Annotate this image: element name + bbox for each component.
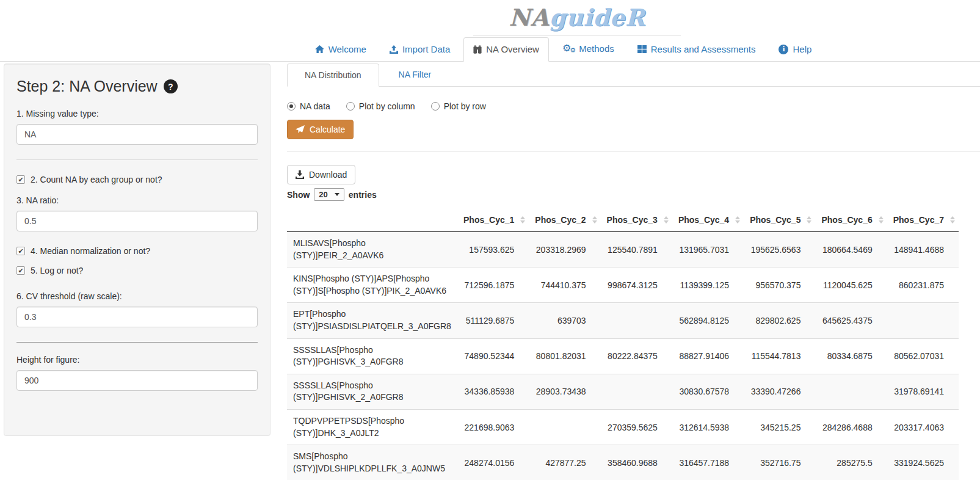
cell: 331924.5625 bbox=[887, 445, 959, 480]
sort-icon bbox=[735, 216, 740, 224]
binoculars-icon bbox=[473, 45, 482, 54]
radio-button[interactable] bbox=[431, 102, 440, 111]
divider bbox=[16, 342, 258, 343]
cell: 312614.5938 bbox=[672, 409, 744, 445]
missing-value-type-label: 1. Missing value type: bbox=[16, 109, 258, 118]
radio-plot-by-column[interactable]: Plot by column bbox=[346, 101, 415, 111]
cell: 131965.7031 bbox=[672, 232, 744, 267]
column-header[interactable]: Phos_Cyc_3 bbox=[601, 208, 672, 232]
cell: 645625.4375 bbox=[815, 303, 887, 338]
nav-tab-help[interactable]: i Help bbox=[769, 37, 821, 61]
cell: 34336.85938 bbox=[457, 374, 529, 409]
sort-icon bbox=[879, 216, 884, 224]
count-na-checkbox[interactable]: ✔ bbox=[16, 175, 25, 184]
table-row: SSSSLLAS[Phospho (STY)]PGHISVK_2_A0FGR8 … bbox=[287, 374, 959, 409]
cell bbox=[815, 374, 887, 409]
cell: 562894.8125 bbox=[672, 303, 744, 338]
plot-type-radio-group: NA data Plot by column Plot by row bbox=[287, 101, 959, 111]
rowname-column-header bbox=[287, 208, 457, 232]
sidebar-title-text: Step 2: NA Overview bbox=[16, 78, 158, 95]
tab-na-filter[interactable]: NA Filter bbox=[379, 64, 451, 86]
sort-icon bbox=[664, 216, 669, 224]
radio-plot-by-row[interactable]: Plot by row bbox=[431, 101, 486, 111]
paper-plane-icon bbox=[296, 125, 305, 134]
table-row: MLISAVS[Phospho (STY)]PEIR_2_A0AVK6 1575… bbox=[287, 232, 959, 267]
na-ratio-label: 3. NA ratio: bbox=[16, 195, 258, 205]
column-header[interactable]: Phos_Cyc_2 bbox=[529, 208, 600, 232]
nav-tab-label: Import Data bbox=[402, 44, 450, 54]
main-nav-list: Welcome Import Data NA Overview ⚙⚙ Metho… bbox=[147, 35, 980, 61]
figure-height-input[interactable] bbox=[16, 370, 258, 391]
cell: 998674.3125 bbox=[601, 267, 672, 303]
nav-tab-label: Welcome bbox=[328, 44, 366, 54]
cv-threshold-input[interactable] bbox=[16, 307, 258, 327]
question-circle-icon[interactable]: ? bbox=[164, 79, 178, 93]
table-row: SMS[Phospho (STY)]VDLSHIPLKDPLLFK_3_A0JN… bbox=[287, 445, 959, 480]
row-name: MLISAVS[Phospho (STY)]PEIR_2_A0AVK6 bbox=[287, 232, 457, 267]
count-na-label: 2. Count NA by each group or not? bbox=[31, 175, 162, 184]
cell: 31978.69141 bbox=[887, 374, 959, 409]
main-panel: NA Distribution NA Filter NA data Plot b… bbox=[287, 64, 980, 480]
nav-tab-import-data[interactable]: Import Data bbox=[380, 37, 460, 61]
home-icon bbox=[315, 45, 324, 54]
cv-threshold-label: 6. CV threshold (raw scale): bbox=[16, 291, 258, 301]
median-normalization-checkbox[interactable]: ✔ bbox=[16, 247, 25, 255]
table-row: TQDPVPPETPSDS[Phospho (STY)]DHK_3_A0JLT2… bbox=[287, 409, 959, 445]
count-na-option: ✔ 2. Count NA by each group or not? bbox=[16, 175, 258, 184]
entries-label: entries bbox=[349, 190, 377, 200]
cell: 203317.4063 bbox=[887, 409, 959, 445]
radio-label: NA data bbox=[300, 101, 330, 111]
radio-na-data[interactable]: NA data bbox=[287, 101, 330, 111]
log-checkbox[interactable]: ✔ bbox=[16, 266, 25, 275]
entries-select[interactable]: 20 bbox=[314, 188, 344, 201]
cell: 157593.625 bbox=[457, 232, 529, 267]
cell: 956570.375 bbox=[744, 267, 815, 303]
calculate-button[interactable]: Calculate bbox=[287, 120, 354, 139]
row-name: KINS[Phospho (STY)]APS[Phospho (STY)]S[P… bbox=[287, 267, 457, 303]
cell: 744410.375 bbox=[529, 267, 600, 303]
cell: 352716.75 bbox=[744, 445, 815, 480]
page-content: Step 2: NA Overview ? 1. Missing value t… bbox=[0, 64, 980, 480]
app-logo-part2: guideR bbox=[550, 4, 645, 31]
cell: 88827.91406 bbox=[672, 338, 744, 374]
radio-button[interactable] bbox=[287, 102, 296, 111]
radio-button[interactable] bbox=[346, 102, 355, 111]
column-header[interactable]: Phos_Cyc_5 bbox=[744, 208, 815, 232]
missing-value-type-input[interactable] bbox=[16, 124, 258, 145]
chevron-down-icon bbox=[335, 193, 339, 196]
tab-na-distribution[interactable]: NA Distribution bbox=[287, 64, 379, 87]
na-ratio-input[interactable] bbox=[16, 211, 258, 231]
radio-label: Plot by column bbox=[359, 101, 415, 111]
table-icon bbox=[637, 45, 647, 53]
nav-tab-na-overview[interactable]: NA Overview bbox=[463, 37, 549, 62]
app-logo: NAguideR bbox=[473, 2, 680, 35]
cell: 221698.9063 bbox=[457, 409, 529, 445]
cell: 80562.07031 bbox=[887, 338, 959, 374]
column-header[interactable]: Phos_Cyc_7 bbox=[887, 208, 959, 232]
nav-tab-label: Help bbox=[793, 44, 811, 54]
app-logo-part1: NA bbox=[509, 4, 549, 31]
download-button[interactable]: Download bbox=[287, 165, 355, 184]
header: NAguideR bbox=[0, 0, 980, 35]
table-header-row: Phos_Cyc_1 Phos_Cyc_2 Phos_Cyc_3 Phos_Cy… bbox=[287, 208, 959, 232]
cell: 148941.4688 bbox=[887, 232, 959, 267]
sidebar-title: Step 2: NA Overview ? bbox=[16, 78, 258, 95]
nav-tab-results-and-assessments[interactable]: Results and Assessments bbox=[628, 37, 766, 61]
nav-tab-welcome[interactable]: Welcome bbox=[305, 37, 376, 61]
cell: 1120045.625 bbox=[815, 267, 887, 303]
cell: 284286.4688 bbox=[815, 409, 887, 445]
sort-icon bbox=[807, 216, 811, 224]
nav-tab-label: NA Overview bbox=[486, 44, 539, 54]
column-header[interactable]: Phos_Cyc_4 bbox=[672, 208, 744, 232]
column-header[interactable]: Phos_Cyc_1 bbox=[457, 208, 529, 232]
cell: 80334.6875 bbox=[815, 338, 887, 374]
cell: 125540.7891 bbox=[601, 232, 672, 267]
cell: 345215.25 bbox=[744, 409, 815, 445]
nav-tab-methods[interactable]: ⚙⚙ Methods bbox=[553, 35, 624, 61]
column-header[interactable]: Phos_Cyc_6 bbox=[815, 208, 887, 232]
sidebar-panel: Step 2: NA Overview ? 1. Missing value t… bbox=[4, 64, 270, 436]
table-row: KINS[Phospho (STY)]APS[Phospho (STY)]S[P… bbox=[287, 267, 959, 303]
data-table: Phos_Cyc_1 Phos_Cyc_2 Phos_Cyc_3 Phos_Cy… bbox=[287, 208, 959, 480]
cell: 829802.625 bbox=[744, 303, 815, 338]
download-icon bbox=[296, 170, 304, 179]
